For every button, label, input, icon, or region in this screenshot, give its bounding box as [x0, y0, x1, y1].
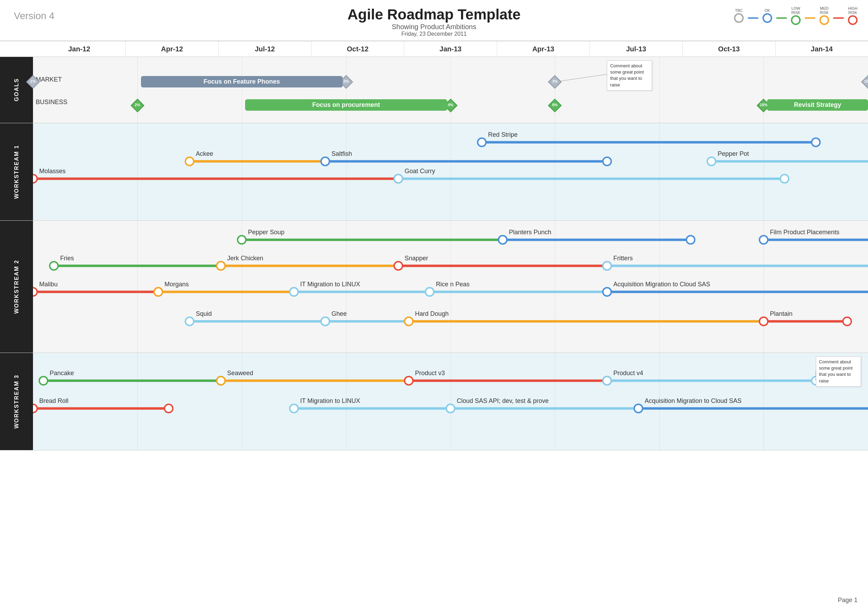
- version-label: Version 4: [14, 11, 54, 22]
- ws2-grid: [33, 221, 868, 353]
- svg-text:Hard Dough: Hard Dough: [415, 310, 449, 317]
- svg-text:Rice n Peas: Rice n Peas: [436, 281, 470, 288]
- svg-point-55: [154, 288, 163, 296]
- svg-text:IT Migration to LINUX: IT Migration to LINUX: [300, 281, 360, 288]
- grid-line-6: [659, 57, 660, 123]
- svg-text:Pepper Pot: Pepper Pot: [718, 150, 749, 157]
- timeline-col-oct13: Oct-13: [683, 41, 775, 57]
- svg-text:Malibu: Malibu: [39, 281, 57, 288]
- subtitle: Showing Product Ambitions: [347, 23, 521, 31]
- date: Friday, 23 December 2011: [347, 31, 521, 37]
- svg-text:Film Product Placements: Film Product Placements: [770, 229, 839, 236]
- svg-point-67: [603, 288, 611, 296]
- svg-point-23: [781, 175, 789, 183]
- legend-item-lowrisk: LOW RISK: [791, 6, 801, 25]
- market-pct-0: 1%: [28, 79, 38, 83]
- svg-text:Saltfish: Saltfish: [332, 150, 352, 157]
- svg-text:Molasses: Molasses: [39, 168, 66, 175]
- svg-text:Goat Curry: Goat Curry: [405, 168, 435, 175]
- legend-item-tbc: TBC: [734, 8, 744, 23]
- ws3-grid: [33, 353, 868, 450]
- business-pct-1: 4%: [446, 103, 456, 107]
- svg-point-30: [499, 236, 507, 244]
- grid-line-2: [242, 353, 242, 450]
- svg-point-58: [154, 288, 163, 296]
- grid-line-2: [242, 123, 242, 220]
- legend-item-ok: OK: [763, 8, 772, 23]
- grid-line-6: [659, 221, 660, 353]
- svg-point-70: [603, 288, 611, 296]
- svg-point-22: [394, 175, 402, 183]
- goals-section: GOALS MARKETBUSINESS1%2%3%10%2%4%8%10%Fo…: [0, 57, 868, 123]
- ws3-comment-box: Comment about some great point that you …: [816, 356, 861, 387]
- svg-line-0: [555, 74, 607, 82]
- grid-line-1: [138, 123, 138, 220]
- svg-point-114: [446, 404, 455, 413]
- grid-line-1: [138, 221, 138, 353]
- workstream3-section: WORKSTREAM 3 PancakeSeaweedProduct v3Pro…: [0, 353, 868, 450]
- grid-line-5: [555, 57, 555, 123]
- svg-text:Planters Punch: Planters Punch: [509, 229, 551, 236]
- timeline-header: Jan-12Apr-12Jul-12Oct-12Jan-13Apr-13Jul-…: [0, 41, 868, 57]
- grid-line-6: [659, 353, 660, 450]
- svg-text:Seaweed: Seaweed: [227, 370, 253, 376]
- svg-point-111: [446, 404, 455, 413]
- ws3-label: WORKSTREAM 3: [0, 353, 33, 450]
- timeline-col-apr13: Apr-13: [497, 41, 590, 57]
- svg-point-62: [290, 288, 298, 296]
- grid-line-1: [138, 353, 138, 450]
- grid-line-5: [555, 221, 555, 353]
- svg-point-106: [33, 404, 37, 413]
- market-pct-1: 2%: [341, 79, 351, 83]
- svg-point-39: [217, 261, 225, 270]
- legend-circle-high
risk: [848, 15, 857, 25]
- svg-text:Ackee: Ackee: [196, 150, 213, 157]
- business-badge-revisit: Revisit Strategy: [767, 99, 868, 111]
- svg-text:Ghee: Ghee: [332, 310, 347, 317]
- goals-label: GOALS: [0, 57, 33, 123]
- svg-point-75: [321, 317, 330, 325]
- grid-line-2: [242, 221, 242, 353]
- main-content: GOALS MARKETBUSINESS1%2%3%10%2%4%8%10%Fo…: [0, 57, 868, 608]
- timeline-col-jul12: Jul-12: [219, 41, 312, 57]
- svg-point-74: [185, 317, 194, 325]
- grid-line-4: [451, 57, 451, 123]
- svg-point-78: [321, 317, 330, 325]
- svg-point-46: [394, 261, 402, 270]
- svg-text:IT Migration to LINUX: IT Migration to LINUX: [300, 398, 360, 404]
- timeline-col-apr12: Apr-12: [126, 41, 219, 57]
- svg-text:Bread Roll: Bread Roll: [39, 398, 68, 404]
- legend-circle-tbc: [734, 13, 744, 23]
- svg-point-118: [634, 404, 643, 413]
- svg-text:Jerk Chicken: Jerk Chicken: [227, 255, 263, 261]
- svg-point-34: [760, 236, 768, 244]
- svg-point-115: [634, 404, 643, 413]
- svg-point-47: [603, 261, 611, 270]
- goals-svg: [33, 57, 868, 123]
- title: Agile Roadmap Template: [347, 6, 521, 23]
- legend-connector-1: [777, 17, 787, 19]
- svg-point-54: [33, 288, 37, 296]
- market-comment-box: Comment about some great point that you …: [607, 60, 652, 91]
- svg-point-11: [603, 157, 611, 166]
- svg-point-66: [425, 288, 434, 296]
- grid-line-6: [659, 123, 660, 220]
- grid-line-4: [451, 221, 451, 353]
- svg-point-102: [603, 376, 611, 385]
- grid-line-3: [346, 57, 347, 123]
- svg-point-87: [843, 317, 851, 325]
- svg-point-19: [394, 175, 402, 183]
- grid-line-1: [138, 57, 138, 123]
- svg-point-27: [499, 236, 507, 244]
- market-badge-feature-phones: Focus on Feature Phones: [141, 76, 343, 87]
- page-number: Page 1: [838, 597, 857, 604]
- svg-point-59: [290, 288, 298, 296]
- svg-point-83: [760, 317, 768, 325]
- svg-text:Snapper: Snapper: [405, 255, 428, 261]
- grid-line-4: [451, 353, 451, 450]
- timeline-col-jul13: Jul-13: [590, 41, 683, 57]
- grid-line-2: [242, 57, 242, 123]
- svg-point-50: [603, 261, 611, 270]
- svg-point-7: [321, 157, 330, 166]
- svg-point-3: [812, 138, 820, 147]
